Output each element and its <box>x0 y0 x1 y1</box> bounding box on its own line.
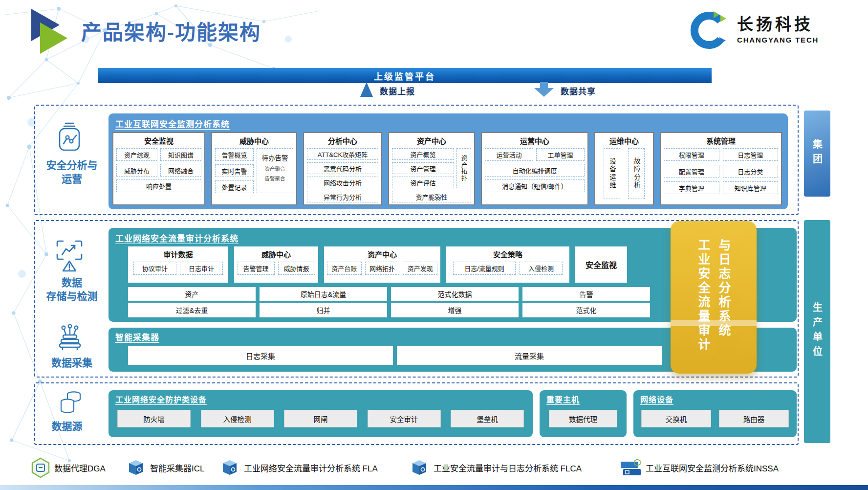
module-item: 威胁情报 <box>278 262 315 275</box>
label-line: 运营 <box>35 172 108 186</box>
overlay-stripe <box>671 320 757 326</box>
storage-detection-icon <box>56 240 83 274</box>
module-items: 运营活动 工单管理 自动化编排调度 消息通知（短信/邮件） <box>485 148 585 192</box>
arrow-down-icon <box>534 82 554 97</box>
cube-flca-icon <box>410 459 429 476</box>
module-item: 网络融合 <box>160 164 201 177</box>
legend-label: 工业安全流量审计与日志分析系统 FLCA <box>434 462 582 474</box>
module-item: 网络拓扑 <box>365 262 400 275</box>
brand-name-en: CHANGYANG TECH <box>737 36 819 44</box>
legend-item-dga: 数据代理DGA <box>31 457 106 478</box>
legend-item-flca: 工业安全流量审计与日志分析系统 FLCA <box>410 457 582 478</box>
module-items: 告警概览 实时告警 处置记录 待办告警 资产聚合 告警聚合 <box>215 148 293 193</box>
todo-alarm-sub: 告警聚合 <box>265 175 285 182</box>
data-row-cell: 增强 <box>391 303 519 317</box>
module-item: 异常行为分析 <box>307 191 378 202</box>
module-title: 分析中心 <box>307 135 378 146</box>
module-threat-center: 威胁中心 告警概览 实时告警 处置记录 待办告警 资产聚合 告警聚合 <box>211 132 297 205</box>
module-item: 设备运维 <box>604 148 620 199</box>
module-item: 处置记录 <box>215 180 254 193</box>
module-item: 告警管理 <box>238 262 275 275</box>
module-item: 网络攻击分析 <box>307 177 378 188</box>
data-row-cell: 过滤&去重 <box>128 303 256 317</box>
module-title: 安全监视 <box>116 135 201 146</box>
bottom-accent-strip <box>0 485 868 490</box>
module-item: 响应处置 <box>116 179 201 192</box>
module-items: 协议审计 日志审计 <box>131 262 225 275</box>
analysis-jar-icon <box>56 121 83 153</box>
data-row-cell: 范式化数据 <box>391 287 519 301</box>
module-title: 威胁中心 <box>237 249 315 259</box>
asset-left-column: 资产概览 资产管理 资产评估 <box>392 148 454 188</box>
module-title: 安全监视 <box>586 259 617 270</box>
device-item: 网闸 <box>284 410 357 427</box>
slide-logo-mark-icon <box>30 8 70 55</box>
sidebar-production-unit: 生产单位 <box>804 220 830 443</box>
module-item: 消息通知（短信/邮件） <box>485 179 585 192</box>
module-item: 告警概览 <box>215 148 254 161</box>
region-label-data-storage: 数据 存储与检测 <box>35 276 108 304</box>
region-label-security-analysis: 安全分析与 运营 <box>35 158 108 186</box>
legend-item-icl: 智能采集器ICL <box>126 457 204 478</box>
module-item: 资产管理 <box>392 162 454 174</box>
panel-protective-devices: 工业网络安全防护类设备 防火墙 入侵检测 网闸 安全审计 堡垒机 <box>108 390 533 437</box>
module-items: 日志/流量规则 入侵检测 <box>449 262 566 275</box>
module-title: 威胁中心 <box>215 135 293 146</box>
device-item: 防火墙 <box>117 410 191 427</box>
module-item: 资产脆弱性 <box>392 191 471 202</box>
panel-inssa-title: 工业互联网安全监测分析系统 <box>115 117 788 130</box>
module-item-asset-topology: 资产拓扑 <box>456 148 471 188</box>
brand-c-icon <box>688 9 730 51</box>
sidebar-production-label: 生产单位 <box>810 302 825 361</box>
page-title: 产品架构-功能架构 <box>81 16 261 45</box>
module-item: 工单管理 <box>536 148 585 161</box>
device-item: 路由器 <box>719 410 789 427</box>
brand-name-cn: 长扬科技 <box>737 16 819 33</box>
platform-banner-label: 上级监管平台 <box>374 69 435 82</box>
module-title: 系统管理 <box>664 135 778 146</box>
overlay-flca-title: 工业安全流量审计与日志分析系统 <box>693 239 734 356</box>
data-row-cell: 原始日志&流量 <box>260 287 387 301</box>
panel-inssa: 工业互联网安全监测分析系统 安全监视 资产综观 知识图谱 威胁分布 网络融合 响… <box>108 113 788 209</box>
network-items: 交换机 路由器 <box>641 410 789 427</box>
module-items: 权限管理 日志管理 配置管理 日志分类 字典管理 知识库管理 <box>664 148 778 194</box>
module-item: 入侵检测 <box>520 262 563 275</box>
module-analysis-center: 分析中心 ATT&CK攻杀矩阵 恶意代码分析 网络攻击分析 异常行为分析 <box>303 132 382 205</box>
flow-up-label: 数据上报 <box>380 85 415 97</box>
cube-fla-icon <box>220 459 239 476</box>
module-item: 日志/流量规则 <box>453 262 516 275</box>
data-row-types: 资产 原始日志&流量 范式化数据 告警 <box>128 287 650 301</box>
brand-text: 长扬科技 CHANGYANG TECH <box>737 16 819 44</box>
data-row-cell: 归并 <box>260 303 387 317</box>
module-asset-center: 资产中心 资产概览 资产管理 资产评估 资产拓扑 资产脆弱性 <box>388 132 475 205</box>
module-items: ATT&CK攻杀矩阵 恶意代码分析 网络攻击分析 异常行为分析 <box>307 148 378 202</box>
module-item: 字典管理 <box>664 181 719 194</box>
module-item: 故障分析 <box>628 148 645 199</box>
module-items: 设备运维 故障分析 <box>598 148 650 199</box>
panel-important-hosts: 重要主机 数据代理 <box>540 390 627 437</box>
module-items: 资产概览 资产管理 资产评估 资产拓扑 <box>392 148 471 188</box>
threat-left-column: 告警概览 实时告警 处置记录 <box>215 148 254 193</box>
inssa-modules: 安全监视 资产综观 知识图谱 威胁分布 网络融合 响应处置 威胁中心 告警概览 … <box>112 132 784 205</box>
label-line: 存储与检测 <box>35 290 108 303</box>
module-items: 资产综观 知识图谱 威胁分布 网络融合 响应处置 <box>116 148 201 192</box>
module-security-monitor-2: 安全监视 <box>575 246 627 283</box>
module-items: 资产台账 网络拓扑 资产发现 <box>327 262 437 275</box>
module-item: 权限管理 <box>664 148 719 161</box>
module-om-center: 运维中心 设备运维 故障分析 <box>594 132 654 205</box>
legend-item-inssa: 工业互联网安全监测分析系统INSSA <box>619 457 779 478</box>
device-item: 堡垒机 <box>451 410 524 427</box>
legend-label: 工业互联网安全监测分析系统INSSA <box>646 462 779 474</box>
module-title: 审计数据 <box>131 249 225 259</box>
panel-network-devices: 网络设备 交换机 路由器 <box>633 390 797 437</box>
module-threat-center-2: 威胁中心 告警管理 威胁情报 <box>234 246 318 283</box>
module-audit-data: 审计数据 协议审计 日志审计 <box>128 246 228 283</box>
device-item: 交换机 <box>641 410 711 427</box>
module-security-policy: 安全策略 日志/流量规则 入侵检测 <box>446 246 569 283</box>
panel-network-title: 网络设备 <box>640 393 797 405</box>
panel-protective-title: 工业网络安全防护类设备 <box>115 393 533 405</box>
module-item: 配置管理 <box>664 165 719 178</box>
data-row-cell: 告警 <box>522 287 650 301</box>
fla-modules: 审计数据 协议审计 日志审计 威胁中心 告警管理 威胁情报 资产中心 资产台账 … <box>128 246 627 283</box>
module-item: 资产概览 <box>392 148 454 160</box>
